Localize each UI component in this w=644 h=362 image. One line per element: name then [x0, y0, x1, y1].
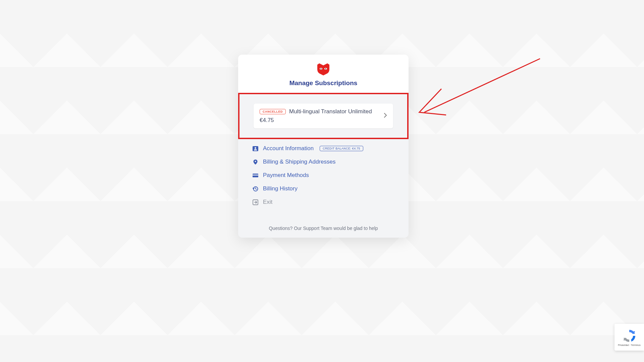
- annotation-arrow-icon: [416, 55, 550, 139]
- brand-logo-icon: [315, 63, 332, 75]
- menu-label: Exit: [263, 199, 272, 205]
- menu-label: Billing & Shipping Addresses: [263, 159, 335, 165]
- svg-line-11: [424, 59, 540, 112]
- highlighted-subscription-section: CANCELLED Multi-lingual Translator Unlim…: [238, 93, 409, 139]
- recaptcha-icon: [622, 328, 637, 343]
- menu-item-payment-methods[interactable]: Payment Methods: [252, 169, 394, 182]
- subscription-content: CANCELLED Multi-lingual Translator Unlim…: [260, 108, 384, 124]
- menu-label: Payment Methods: [263, 172, 309, 179]
- card-header: Manage Subscriptions: [238, 55, 409, 93]
- svg-point-5: [255, 147, 256, 149]
- svg-point-6: [255, 161, 256, 162]
- menu-item-addresses[interactable]: Billing & Shipping Addresses: [252, 155, 394, 169]
- recaptcha-legal-text[interactable]: Privacidad · Términos: [618, 344, 641, 346]
- recaptcha-badge[interactable]: Privacidad · Términos: [614, 324, 644, 351]
- menu-item-billing-history[interactable]: Billing History: [252, 182, 394, 195]
- menu-item-exit[interactable]: Exit: [252, 195, 394, 209]
- user-card-icon: [252, 145, 258, 152]
- chevron-right-icon: [384, 113, 387, 119]
- exit-icon: [252, 199, 258, 205]
- svg-point-12: [634, 331, 635, 333]
- page-title: Manage Subscriptions: [245, 79, 402, 87]
- support-footer-text[interactable]: Questions? Our Support Team would be gla…: [238, 226, 409, 238]
- status-badge: CANCELLED: [260, 109, 286, 114]
- menu-list: Account Information CREDIT BALANCE: €4.7…: [238, 139, 409, 226]
- menu-item-account-info[interactable]: Account Information CREDIT BALANCE: €4.7…: [252, 142, 394, 155]
- svg-rect-8: [253, 175, 258, 176]
- subscription-price: €4.75: [260, 117, 384, 124]
- subscription-item[interactable]: CANCELLED Multi-lingual Translator Unlim…: [254, 104, 393, 128]
- subscription-top-row: CANCELLED Multi-lingual Translator Unlim…: [260, 108, 384, 115]
- svg-point-2: [321, 68, 321, 69]
- subscription-management-card: Manage Subscriptions CANCELLED Multi-lin…: [238, 55, 409, 238]
- menu-label: Billing History: [263, 185, 298, 192]
- menu-label: Account Information: [263, 145, 314, 152]
- svg-point-13: [624, 339, 625, 341]
- credit-balance-badge: CREDIT BALANCE: €4.75: [320, 146, 363, 151]
- svg-point-3: [325, 68, 326, 69]
- location-pin-icon: [252, 159, 258, 165]
- credit-card-icon: [252, 172, 258, 178]
- subscription-name: Multi-lingual Translator Unlimited: [289, 108, 372, 115]
- history-icon: [252, 186, 258, 192]
